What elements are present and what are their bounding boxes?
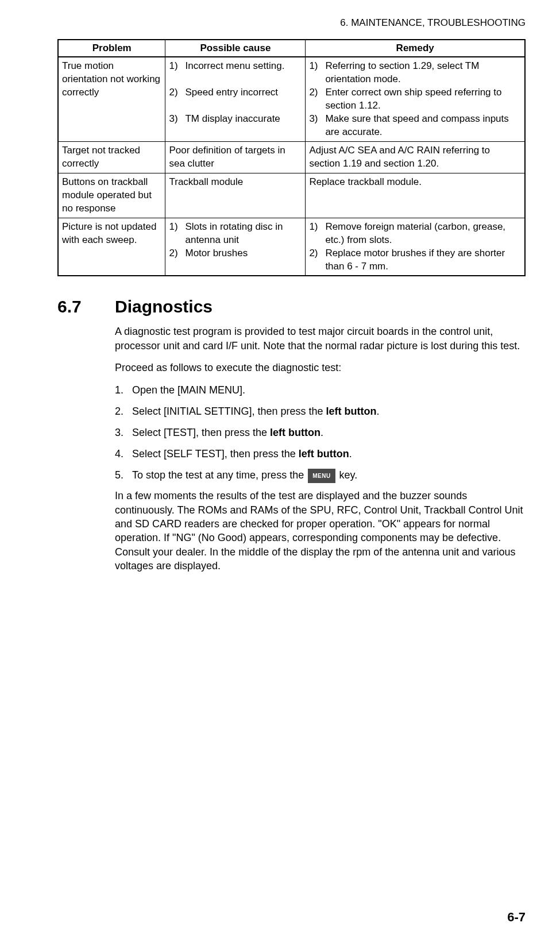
list-text: Speed entry incorrect [185,86,302,99]
list-text: Referring to section 1.29, select TM ori… [325,60,521,86]
text: Select [SELF TEST], then press the [132,448,299,460]
text: Open the [MAIN MENU]. [132,384,245,396]
section-proceed: Proceed as follows to execute the diagno… [115,361,526,375]
cell-remedy: Adjust A/C SEA and A/C RAIN referring to… [306,142,525,173]
bold-text: left button [326,406,376,417]
list-num: 1) [169,60,185,73]
list-num: 3) [309,113,325,126]
cell-remedy: 1)Referring to section 1.29, select TM o… [306,57,525,142]
list-text: Incorrect menu setting. [185,60,302,73]
cell-problem: Target not tracked correctly [58,142,165,173]
cell-remedy: Replace trackball module. [306,173,525,218]
step-content: To stop the test at any time, press the … [132,468,526,483]
th-cause: Possible cause [165,40,306,57]
step-item: 2.Select [INITIAL SETTING], then press t… [115,404,526,419]
text: key. [337,469,358,481]
step-num: 1. [115,383,132,398]
menu-key-icon: MENU [308,469,335,483]
bold-text: left button [270,427,320,438]
text: . [349,448,352,460]
cell-cause: 1)Slots in rotating disc in antenna unit… [165,218,306,276]
cell-cause: 1)Incorrect menu setting.2)Speed entry i… [165,57,306,142]
list-text: Slots in rotating disc in antenna unit [185,221,302,247]
list-text: Enter correct own ship speed referring t… [325,86,521,113]
cell-remedy: 1)Remove foreign material (carbon, greas… [306,218,525,276]
step-item: 4.Select [SELF TEST], then press the lef… [115,446,526,462]
step-num: 2. [115,404,132,419]
section-intro: A diagnostic test program is provided to… [115,325,526,353]
section-outro: In a few moments the results of the test… [115,489,526,573]
list-text: TM display inaccurate [185,113,302,126]
step-item: 1.Open the [MAIN MENU]. [115,383,526,398]
step-item: 3.Select [TEST], then press the left but… [115,425,526,441]
list-num: 3) [169,113,185,126]
list-text: Remove foreign material (carbon, grease,… [325,221,521,247]
cell-text: Trackball module [169,176,243,187]
table-row: Buttons on trackball module operated but… [58,173,525,218]
step-num: 3. [115,425,132,441]
list-num: 2) [169,86,185,99]
cell-problem: True motion orientation not working corr… [58,57,165,142]
text: . [320,427,323,438]
list-text: Motor brushes [185,247,302,260]
text: Select [INITIAL SETTING], then press the [132,406,326,417]
step-item: 5.To stop the test at any time, press th… [115,468,526,483]
page-number: 6-7 [507,910,526,925]
cell-problem: Picture is not updated with each sweep. [58,218,165,276]
section-title-text: Diagnostics [115,297,213,316]
list-num: 2) [309,86,325,99]
bold-text: left button [299,448,349,460]
list-num: 2) [309,247,325,260]
step-num: 4. [115,446,132,462]
step-content: Select [SELF TEST], then press the left … [132,446,526,462]
chapter-header: 6. MAINTENANCE, TROUBLESHOOTING [57,17,526,29]
table-row: Target not tracked correctlyPoor definit… [58,142,525,173]
cell-text: Adjust A/C SEA and A/C RAIN referring to… [309,145,490,169]
step-content: Select [INITIAL SETTING], then press the… [132,404,526,419]
text: Select [TEST], then press the [132,427,270,438]
text: . [376,406,379,417]
cell-text: Replace trackball module. [309,176,422,187]
steps-list: 1.Open the [MAIN MENU].2.Select [INITIAL… [115,383,526,483]
step-content: Open the [MAIN MENU]. [132,383,526,398]
cell-text: Poor definition of targets in sea clutte… [169,145,285,169]
list-num: 1) [169,221,185,234]
list-text: Replace motor brushes if they are shorte… [325,247,521,273]
list-num: 1) [309,60,325,73]
cell-cause: Trackball module [165,173,306,218]
section-number: 6.7 [57,297,115,316]
cell-problem: Buttons on trackball module operated but… [58,173,165,218]
list-num: 2) [169,247,185,260]
cell-cause: Poor definition of targets in sea clutte… [165,142,306,173]
table-row: Picture is not updated with each sweep.1… [58,218,525,276]
th-problem: Problem [58,40,165,57]
step-num: 5. [115,468,132,483]
section-heading: 6.7 Diagnostics [57,297,526,316]
list-text: Make sure that speed and compass inputs … [325,113,521,139]
troubleshooting-table: Problem Possible cause Remedy True motio… [57,39,526,276]
list-num: 1) [309,221,325,234]
table-row: True motion orientation not working corr… [58,57,525,142]
text: To stop the test at any time, press the [132,469,307,481]
step-content: Select [TEST], then press the left butto… [132,425,526,441]
th-remedy: Remedy [306,40,525,57]
